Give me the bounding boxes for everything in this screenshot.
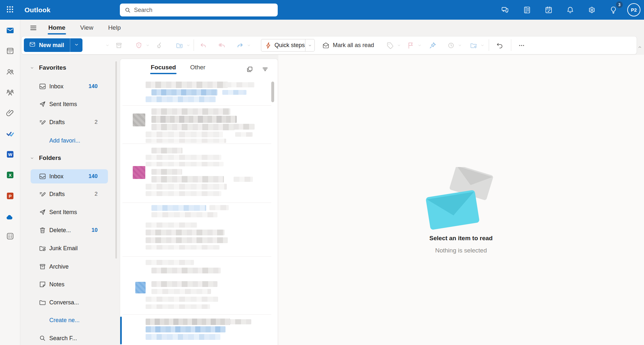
rail-item-files[interactable] [3, 106, 17, 120]
folder-item-inbox[interactable]: Inbox140 [31, 169, 108, 183]
pin-button[interactable] [427, 39, 439, 51]
list-tab-other[interactable]: Other [189, 63, 206, 75]
folder-item-search-f[interactable]: Search F... [31, 331, 108, 345]
folder-item-delete[interactable]: Delete...10 [31, 223, 108, 237]
folder-item-notes[interactable]: Notes [31, 277, 108, 291]
folder-section-header-favorites[interactable]: Favorites [30, 62, 66, 73]
folder-link-create-ne[interactable]: Create ne... [31, 313, 108, 327]
folder-item-sent-items[interactable]: Sent Items [31, 205, 108, 219]
folder-item-inbox[interactable]: Inbox140 [31, 79, 108, 94]
reply-all-button[interactable] [216, 39, 228, 51]
flag-button[interactable] [405, 39, 417, 51]
redacted-avatar [133, 113, 145, 126]
folder-label: Archive [49, 260, 69, 274]
teams-chat-button[interactable] [498, 3, 512, 17]
report-button[interactable] [133, 39, 145, 51]
archive-button[interactable] [113, 39, 125, 51]
folder-item-archive[interactable]: Archive [31, 260, 108, 274]
chevron-down-icon [74, 42, 79, 48]
section-header-label: Folders [39, 154, 61, 162]
app-title: Outlook [24, 0, 51, 20]
folder-item-drafts[interactable]: Drafts2 [31, 187, 108, 201]
tag-button[interactable] [384, 39, 396, 51]
message-list-divider [122, 256, 271, 257]
collapse-toolbar-button[interactable] [637, 44, 642, 50]
undo-button[interactable] [494, 39, 506, 51]
new-mail-button[interactable]: New mail [24, 38, 70, 52]
rail-item-to-do[interactable] [3, 126, 17, 141]
folder-item-sent-items[interactable]: Sent Items [31, 97, 108, 111]
account-avatar[interactable]: P2 [627, 3, 640, 16]
folder-item-conversa[interactable]: Conversa... [31, 295, 108, 310]
avatar-initials: P2 [631, 7, 637, 13]
send-icon [39, 208, 46, 216]
quick-steps-split-button[interactable]: Quick steps [261, 39, 315, 52]
redacted-text [146, 297, 218, 302]
rail-item-word[interactable]: W [3, 147, 17, 161]
chevron-down-icon[interactable] [397, 43, 401, 48]
chevron-down-icon[interactable] [246, 43, 251, 48]
folder-item-junk-email[interactable]: Junk Email [31, 241, 108, 255]
onenote-feed-button[interactable] [520, 3, 534, 17]
sweep-button[interactable] [153, 39, 165, 51]
mark-all-as-read-button[interactable]: Mark all as read [319, 39, 377, 51]
chevron-down-icon[interactable] [305, 43, 314, 48]
rail-item-onedrive[interactable] [3, 210, 17, 224]
calendar-icon [6, 46, 14, 55]
reply-button[interactable] [197, 39, 209, 51]
hamburger-icon [29, 24, 37, 33]
chevron-down-icon[interactable] [105, 43, 110, 48]
folder-label: Drafts [49, 115, 65, 129]
new-mail-dropdown-button[interactable] [70, 38, 82, 52]
rules-button[interactable] [467, 39, 480, 51]
redacted-text [151, 169, 182, 175]
chevron-down-icon[interactable] [417, 43, 422, 48]
rail-item-calendar[interactable] [3, 44, 17, 58]
notifications-button[interactable] [563, 3, 577, 17]
tab-view[interactable]: View [80, 23, 94, 34]
redacted-text [151, 212, 217, 217]
chevron-down-icon[interactable] [480, 43, 485, 48]
empty-state-illustration [422, 167, 500, 230]
settings-icon [588, 6, 596, 14]
rail-item-more-apps[interactable] [3, 229, 17, 243]
list-tab-focused[interactable]: Focused [150, 63, 177, 75]
folder-section-header-folders[interactable]: Folders [30, 153, 61, 163]
active-tab-underline [48, 33, 66, 34]
rail-item-mail[interactable] [3, 23, 17, 37]
select-items-button[interactable] [245, 65, 255, 75]
groups-icon [6, 88, 14, 97]
chevron-down-icon[interactable] [145, 43, 150, 48]
move-to-button[interactable] [173, 39, 186, 51]
settings-button[interactable] [585, 3, 599, 17]
snooze-button[interactable] [445, 39, 457, 51]
delete-button[interactable] [92, 39, 105, 51]
forward-button[interactable] [234, 39, 246, 51]
rail-item-powerpoint[interactable]: P [3, 189, 17, 203]
folder-pane-scrollbar[interactable] [115, 61, 117, 259]
folder-pane-toggle-button[interactable] [27, 23, 39, 34]
redacted-text [146, 155, 221, 160]
tab-help[interactable]: Help [108, 23, 121, 34]
redacted-text [146, 139, 226, 143]
folder-item-drafts[interactable]: Drafts2 [31, 115, 108, 129]
unread-count-badge: 2 [95, 115, 98, 129]
unread-count-badge: 140 [89, 79, 98, 94]
message-list-scrollbar[interactable] [271, 82, 274, 102]
more-options-button[interactable] [515, 39, 528, 51]
tab-home[interactable]: Home [48, 23, 66, 34]
rail-item-excel[interactable]: X [3, 168, 17, 182]
onedrive-icon [6, 212, 14, 221]
redacted-text [146, 96, 216, 102]
chevron-down-icon[interactable] [186, 43, 191, 48]
filter-button[interactable] [260, 65, 270, 75]
my-day-button[interactable] [542, 3, 556, 17]
rail-item-people[interactable] [3, 64, 17, 79]
folder-link-add-favori[interactable]: Add favori... [31, 133, 108, 148]
rail-item-groups[interactable] [3, 85, 17, 99]
app-rail: WXP [0, 20, 20, 345]
redacted-text [151, 289, 211, 294]
app-launcher-button[interactable] [0, 0, 20, 20]
chevron-down-icon[interactable] [457, 43, 462, 48]
search-input[interactable] [120, 4, 278, 16]
